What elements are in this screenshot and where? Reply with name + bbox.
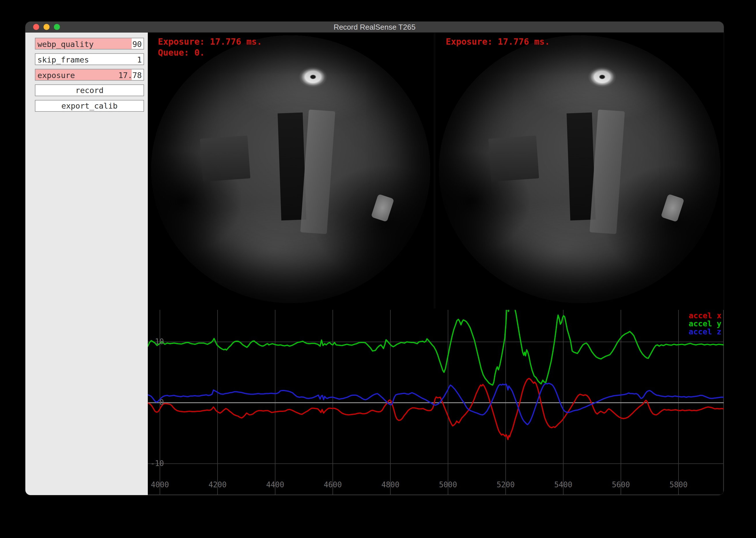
door-shape bbox=[590, 109, 625, 234]
left-queue-text: Queue: 0. bbox=[158, 47, 205, 58]
desktop: { "window": { "title": "Record RealSense… bbox=[0, 0, 756, 538]
x-tick-label: 5800 bbox=[666, 480, 691, 489]
door-shape bbox=[301, 109, 336, 234]
fisheye-right-view: Exposure: 17.776 ms. bbox=[436, 32, 724, 308]
dresser-shape bbox=[200, 135, 250, 182]
left-exposure-overlay: Exposure: 17.776 ms.Queue: 0. bbox=[158, 36, 262, 58]
accel-plot: 100-10 400042004400460048005000520054005… bbox=[148, 310, 724, 495]
trackbar-webp-quality-label: webp_quality bbox=[37, 40, 94, 49]
fisheye-left-image bbox=[151, 35, 430, 303]
window-title: Record RealSense T265 bbox=[25, 23, 724, 32]
control-sidebar: webp_quality 90 skip_frames 1 exposure 1… bbox=[25, 32, 148, 495]
pane-divider bbox=[434, 32, 436, 308]
trackbar-skip-frames-label: skip_frames bbox=[37, 55, 89, 64]
title-bar[interactable]: Record RealSense T265 bbox=[25, 22, 724, 32]
x-tick-label: 5200 bbox=[493, 480, 519, 489]
trackbar-exposure-value: 17.78 bbox=[118, 71, 142, 80]
legend-accel-y: accel y bbox=[689, 320, 722, 328]
x-tick-label: 5000 bbox=[435, 480, 461, 489]
x-tick-label: 4200 bbox=[204, 480, 230, 489]
right-exposure-overlay: Exposure: 17.776 ms. bbox=[446, 36, 550, 47]
window-content: webp_quality 90 skip_frames 1 exposure 1… bbox=[25, 32, 724, 495]
chart-legend: accel x accel y accel z bbox=[689, 312, 722, 336]
x-tick-label: 5600 bbox=[608, 480, 634, 489]
pillow-shape bbox=[661, 194, 684, 222]
trackbar-skip-frames-value: 1 bbox=[137, 55, 142, 64]
x-tick-label: 4000 bbox=[147, 480, 173, 489]
export-calib-button[interactable]: export_calib bbox=[35, 100, 144, 112]
trackbar-exposure[interactable]: exposure 17.78 bbox=[35, 69, 144, 81]
y-tick-label: 0 bbox=[148, 398, 164, 407]
app-window: Record RealSense T265 webp_quality 90 sk… bbox=[25, 22, 724, 495]
dresser-shape bbox=[488, 135, 539, 182]
trackbar-webp-quality[interactable]: webp_quality 90 bbox=[35, 38, 144, 50]
trackbar-skip-frames[interactable]: skip_frames 1 bbox=[35, 53, 144, 65]
x-tick-label: 4800 bbox=[378, 480, 403, 489]
pillow-shape bbox=[371, 194, 394, 222]
right-exposure-text: Exposure: 17.776 ms. bbox=[446, 36, 550, 47]
left-exposure-text: Exposure: 17.776 ms. bbox=[158, 36, 262, 47]
x-tick-label: 4600 bbox=[320, 480, 346, 489]
legend-accel-x: accel x bbox=[689, 312, 722, 320]
y-tick-label: -10 bbox=[148, 459, 164, 468]
fisheye-left-view: Exposure: 17.776 ms.Queue: 0. bbox=[148, 32, 434, 308]
legend-accel-z: accel z bbox=[689, 328, 722, 336]
trackbar-webp-quality-value: 90 bbox=[132, 40, 142, 49]
accel-chart bbox=[148, 310, 724, 495]
y-tick-label: 10 bbox=[148, 337, 164, 346]
trackbar-exposure-label: exposure bbox=[37, 71, 75, 80]
x-tick-label: 5400 bbox=[550, 480, 576, 489]
fisheye-right-image bbox=[439, 35, 720, 303]
x-tick-label: 4400 bbox=[262, 480, 288, 489]
record-button[interactable]: record bbox=[35, 84, 144, 96]
